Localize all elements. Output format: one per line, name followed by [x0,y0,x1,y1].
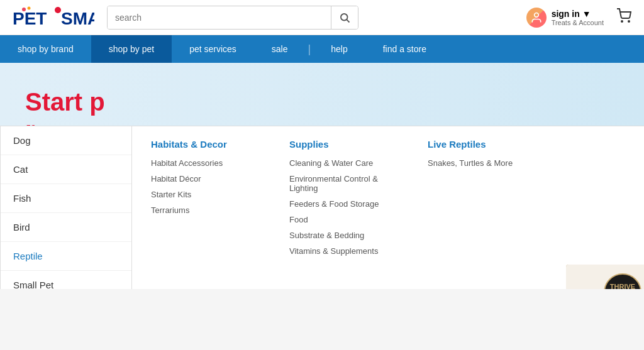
treats-account-label: Treats & Account [552,19,604,26]
link-cleaning-water-care[interactable]: Cleaning & Water Care [289,158,390,168]
dropdown-left-panel: Dog Cat Fish Bird Reptile Small Pet [0,126,132,289]
svg-point-4 [28,6,31,9]
hero-title: Start p [25,88,619,116]
nav-divider: | [306,43,314,56]
col-title-habitats: Habitats & Decor [151,139,252,150]
dropdown-menu: Dog Cat Fish Bird Reptile Small Pet Habi… [0,126,644,289]
link-feeders-food-storage[interactable]: Feeders & Food Storage [289,199,390,209]
site-header: PET SMART [0,0,644,35]
search-button[interactable] [331,6,358,29]
svg-point-9 [628,21,630,22]
dropdown-item-small-pet[interactable]: Small Pet [1,271,131,289]
svg-point-3 [22,8,26,11]
nav-item-pet-services[interactable]: pet services [172,35,254,63]
account-section[interactable]: sign in ▼ Treats & Account [526,8,604,28]
cart-icon[interactable] [616,8,631,27]
svg-point-1 [55,7,61,13]
sign-in-label: sign in [552,9,580,19]
dropdown-item-cat[interactable]: Cat [1,155,131,184]
dropdown-promo: THRIVE A WORLDOF WONDER Innovative décor… [566,265,644,289]
account-icon [526,8,547,28]
dropdown-main-panel: Habitats & Decor Habitat Accessories Hab… [132,126,644,289]
link-env-control[interactable]: Environmental Control & Lighting [289,174,390,193]
logo[interactable]: PET SMART [13,6,94,30]
link-snakes-turtles[interactable]: Snakes, Turtles & More [428,158,528,168]
search-input[interactable] [108,6,331,29]
link-starter-kits[interactable]: Starter Kits [151,190,252,199]
link-vitamins-supplements[interactable]: Vitamins & Supplements [289,246,390,256]
nav-item-find-a-store[interactable]: find a store [365,35,444,63]
dropdown-item-dog[interactable]: Dog [1,126,131,155]
dropdown-col-habitats: Habitats & Decor Habitat Accessories Hab… [151,139,252,289]
dropdown-item-fish[interactable]: Fish [1,184,131,213]
dropdown-item-bird[interactable]: Bird [1,213,131,242]
thrive-badge-text: THRIVE [609,283,636,289]
link-habitat-accessories[interactable]: Habitat Accessories [151,158,252,168]
nav-item-sale[interactable]: sale [254,35,306,63]
search-bar [107,6,358,30]
dropdown-item-reptile[interactable]: Reptile [1,242,131,271]
nav-item-shop-by-brand[interactable]: shop by brand [0,35,91,63]
link-substrate-bedding[interactable]: Substrate & Bedding [289,231,390,240]
promo-box: THRIVE A WORLDOF WONDER Innovative décor… [566,265,644,289]
nav-bar: shop by brand shop by pet pet services s… [0,35,644,63]
thrive-badge: THRIVE A WORLDOF WONDER [604,273,641,289]
sign-in-arrow: ▼ [582,9,591,19]
account-text: sign in ▼ Treats & Account [552,9,604,26]
svg-text:PET: PET [13,9,47,28]
svg-point-5 [341,14,348,21]
promo-inner: THRIVE A WORLDOF WONDER Innovative décor… [566,265,644,289]
link-terrariums[interactable]: Terrariums [151,205,252,215]
dropdown-col-supplies: Supplies Cleaning & Water Care Environme… [289,139,390,289]
nav-item-help[interactable]: help [313,35,365,63]
header-right: sign in ▼ Treats & Account [526,8,631,28]
col-title-supplies: Supplies [289,139,390,150]
link-food[interactable]: Food [289,215,390,224]
svg-line-6 [347,19,349,22]
svg-point-7 [534,13,538,17]
svg-point-8 [621,21,623,22]
col-title-live-reptiles: Live Reptiles [428,139,528,150]
link-habitat-decor[interactable]: Habitat Décor [151,174,252,183]
nav-item-shop-by-pet[interactable]: shop by pet [91,35,172,63]
dropdown-col-live-reptiles: Live Reptiles Snakes, Turtles & More [428,139,528,289]
main-area: Start p r Our services For p learn more … [0,63,644,289]
svg-text:SMART: SMART [61,9,94,28]
